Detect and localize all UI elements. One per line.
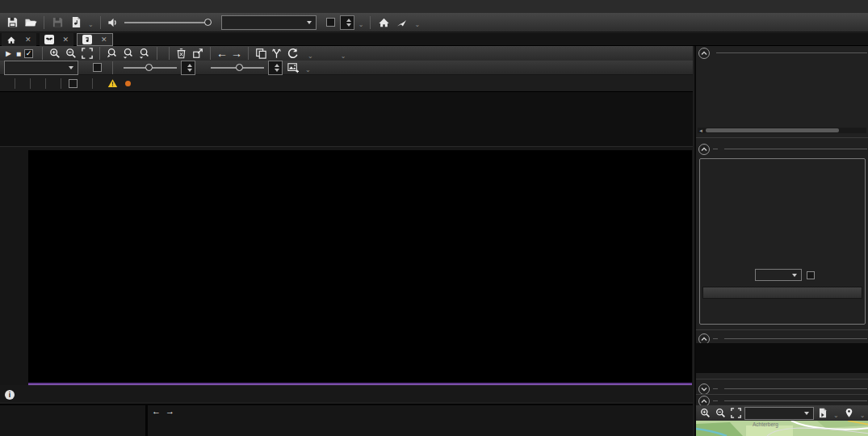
zoom-next-icon[interactable] (138, 47, 151, 60)
scroll-left-icon[interactable]: ◄ (698, 128, 704, 133)
map-place-label: Achterberg (753, 421, 778, 428)
collapse-icon[interactable] (698, 48, 710, 59)
overflow-chevron-icon[interactable]: ⌄ (414, 21, 420, 28)
spinner-up-icon[interactable] (187, 64, 192, 67)
zoom-in-icon[interactable] (48, 47, 61, 60)
autoplay-checkbox[interactable]: ✓ (24, 49, 33, 58)
species-select[interactable] (755, 269, 802, 281)
calls-table-hscrollbar[interactable]: ◄ (698, 128, 866, 133)
map-fit-icon[interactable] (729, 407, 742, 420)
map-export-icon[interactable] (816, 407, 829, 420)
copy-call-icon[interactable] (254, 47, 267, 60)
log-checkbox[interactable] (93, 63, 102, 72)
redetect-icon[interactable] (287, 47, 300, 60)
overflow-chevron-icon[interactable]: ⌄ (308, 52, 313, 60)
auto-value-spinner[interactable] (340, 15, 354, 30)
overview-strip[interactable]: ←→ (0, 404, 693, 436)
overflow-chevron-icon[interactable]: ⌄ (359, 21, 364, 28)
map-zoom-in-icon[interactable] (698, 407, 711, 420)
contrast-slider[interactable] (211, 67, 264, 69)
separator (30, 78, 31, 89)
move-call-icon[interactable] (191, 47, 204, 60)
overflow-chevron-icon[interactable]: ⌄ (305, 66, 311, 73)
overflow-chevron-icon[interactable]: ⌄ (860, 412, 866, 419)
lower-threshold-slider[interactable] (124, 67, 177, 69)
separator (61, 78, 61, 89)
panel-divider (145, 405, 148, 436)
stop-icon[interactable]: ■ (16, 49, 21, 58)
next-call-icon[interactable]: → (231, 49, 242, 58)
expand-icon[interactable] (698, 384, 710, 395)
map-provider-select[interactable] (744, 407, 814, 420)
close-icon[interactable]: ✕ (63, 36, 69, 44)
calls-panel-header[interactable] (698, 47, 867, 59)
display-toolbar: ⌄ (0, 61, 693, 75)
chevron-down-icon (69, 66, 73, 69)
export-recording-icon[interactable] (68, 15, 84, 31)
palette-select[interactable] (4, 61, 78, 75)
previous-call-icon[interactable]: ← (216, 49, 228, 58)
overflow-chevron-icon[interactable]: ⌄ (341, 52, 346, 60)
playback-toolbar: ► ■ ✓ ← → ⌄ ⌄ (0, 46, 693, 61)
delete-call-icon[interactable] (175, 47, 188, 60)
zoom-previous-icon[interactable] (122, 47, 135, 60)
header-rule (724, 149, 867, 149)
spinner-down-icon[interactable] (275, 69, 279, 72)
zoom-fit-icon[interactable] (81, 47, 94, 60)
lower-threshold-spinner[interactable] (181, 61, 195, 75)
save-all-icon-disabled[interactable] (49, 15, 65, 31)
lookup-species-button[interactable] (702, 287, 862, 299)
split-call-icon[interactable] (270, 47, 283, 60)
app-window: { "menu": {"items": ["File", "Edit", "Vi… (0, 0, 868, 436)
close-icon[interactable]: ✕ (101, 36, 107, 44)
home-icon[interactable] (375, 15, 392, 31)
toolbar-separator (112, 61, 113, 74)
zoom-out-icon[interactable] (65, 47, 78, 60)
play-icon[interactable]: ► (4, 49, 13, 58)
spinner-up-icon[interactable] (346, 19, 351, 22)
tab-start-page[interactable]: ✕ (2, 33, 36, 46)
contrast-knob[interactable] (236, 64, 243, 71)
spectrogram-canvas[interactable] (28, 150, 692, 385)
toolbar-separator (99, 47, 100, 60)
recording-overview-canvas[interactable] (149, 405, 693, 436)
overflow-chevron-icon[interactable]: ⌄ (88, 21, 94, 28)
zoom-selection-icon[interactable] (106, 47, 119, 60)
scrollbar-thumb[interactable] (706, 128, 839, 132)
overflow-chevron-icon[interactable]: ⌄ (833, 412, 839, 419)
tab-project-1[interactable]: ✕ (40, 33, 74, 46)
quality-mini-panel[interactable] (0, 405, 145, 436)
open-folder-icon[interactable] (23, 15, 39, 31)
notes-textarea[interactable] (696, 343, 868, 373)
map-view[interactable]: Achterberg (696, 421, 868, 436)
save-icon[interactable] (4, 15, 20, 31)
rating-checkbox[interactable] (69, 79, 78, 88)
save-image-icon[interactable] (287, 61, 300, 74)
measurements-panel-header[interactable] (698, 143, 867, 155)
volume-slider-knob[interactable] (204, 19, 212, 26)
lower-threshold-knob[interactable] (145, 64, 153, 71)
map-zoom-out-icon[interactable] (714, 407, 727, 420)
info-icon[interactable]: i (5, 390, 15, 400)
waveform-panel[interactable] (0, 92, 693, 147)
spinner-down-icon[interactable] (187, 69, 192, 72)
separator (45, 78, 46, 89)
visible-range-checkbox[interactable] (807, 271, 815, 279)
speaker-icon[interactable] (106, 15, 122, 31)
toolbar-separator (169, 47, 170, 60)
output-mode-select[interactable] (221, 15, 317, 30)
separator (15, 78, 15, 89)
map-pin-icon[interactable] (843, 407, 856, 420)
spectrogram-panel[interactable] (0, 147, 693, 385)
close-icon[interactable]: ✕ (25, 36, 31, 44)
auto-checkbox[interactable] (326, 18, 335, 27)
spinner-up-icon[interactable] (275, 64, 279, 67)
volume-slider[interactable] (124, 22, 212, 23)
call-statistics-groupbox (699, 158, 866, 325)
metadata-panel-header[interactable] (698, 383, 867, 395)
spinner-down-icon[interactable] (346, 23, 351, 27)
flag-icon[interactable] (394, 15, 410, 31)
contrast-spinner[interactable] (268, 61, 283, 75)
tab-recording-12960217[interactable]: ✕ (77, 33, 113, 46)
collapse-icon[interactable] (698, 144, 710, 155)
